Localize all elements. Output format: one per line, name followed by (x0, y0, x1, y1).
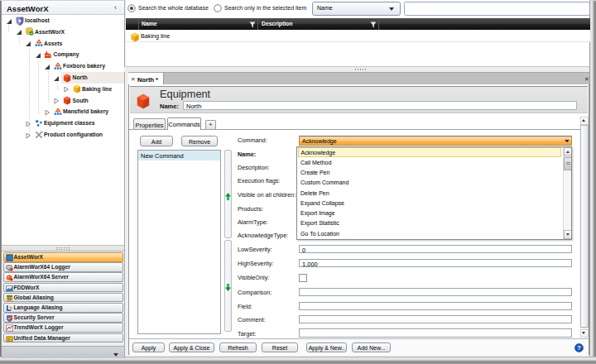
svg-text:?: ? (577, 344, 581, 352)
